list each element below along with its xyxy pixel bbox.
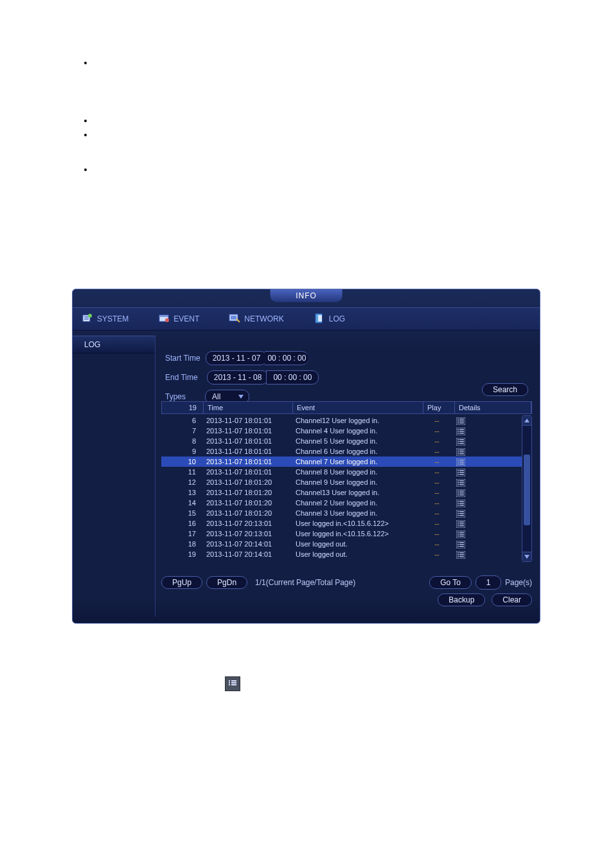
scroll-up-button[interactable] <box>522 416 531 426</box>
cell-details[interactable] <box>452 539 522 548</box>
cell-time: 2013-11-07 18:01:01 <box>202 437 292 445</box>
types-label: Types <box>165 392 186 401</box>
col-details-header[interactable]: Details <box>455 402 531 413</box>
table-row[interactable]: 132013-11-07 18:01:20Channel13 User logg… <box>161 487 522 498</box>
tab-system[interactable]: SYSTEM <box>82 312 129 326</box>
table-row[interactable]: 72013-11-07 18:01:01Channel 4 User logge… <box>161 426 522 436</box>
cell-details[interactable] <box>452 426 522 435</box>
pgdn-button[interactable]: PgDn <box>206 576 247 589</box>
cell-event: Channel 6 User logged in. <box>292 448 422 455</box>
table-row[interactable]: 82013-11-07 18:01:01Channel 5 User logge… <box>161 436 522 446</box>
table-row[interactable]: 162013-11-07 20:13:01User logged in.<10.… <box>161 518 522 529</box>
tab-log[interactable]: LOG <box>314 312 345 326</box>
start-date-input[interactable]: 2013 - 11 - 07 <box>206 351 268 365</box>
svg-rect-3 <box>84 319 89 320</box>
cell-details[interactable] <box>452 498 522 507</box>
svg-rect-106 <box>458 556 459 557</box>
cell-details[interactable] <box>452 416 522 424</box>
details-icon[interactable] <box>456 550 465 558</box>
col-event-header[interactable]: Event <box>293 402 423 413</box>
end-date-input[interactable]: 2013 - 11 - 08 <box>207 370 269 384</box>
svg-rect-71 <box>458 505 459 506</box>
cell-details[interactable] <box>452 519 522 527</box>
details-icon[interactable] <box>456 498 465 507</box>
cell-details[interactable] <box>452 478 522 486</box>
table-row[interactable]: 182013-11-07 20:14:01User logged out.-- <box>161 539 522 549</box>
details-icon[interactable] <box>456 426 465 435</box>
scroll-thumb[interactable] <box>524 455 530 525</box>
start-time-input[interactable]: 00 : 00 : 00 <box>265 351 308 365</box>
svg-rect-100 <box>459 542 464 543</box>
backup-button[interactable]: Backup <box>438 593 485 606</box>
cell-details[interactable] <box>452 529 522 538</box>
page-number-input[interactable]: 1 <box>475 575 501 590</box>
cell-index: 17 <box>161 530 202 538</box>
cell-index: 12 <box>161 478 202 486</box>
table-row[interactable]: 192013-11-07 20:14:01User logged out.-- <box>161 549 522 559</box>
details-icon[interactable] <box>456 478 465 486</box>
table-row[interactable]: 142013-11-07 18:01:20Channel 2 User logg… <box>161 498 522 508</box>
start-time-label: Start Time <box>165 354 200 363</box>
details-icon[interactable] <box>456 447 465 455</box>
svg-rect-45 <box>459 462 464 463</box>
network-icon <box>229 312 240 326</box>
end-time-input[interactable]: 00 : 00 : 00 <box>266 370 319 384</box>
details-icon[interactable] <box>456 457 465 466</box>
table-row[interactable]: 62013-11-07 18:01:01Channel12 User logge… <box>161 415 522 426</box>
cell-event: Channel 8 User logged in. <box>292 468 422 476</box>
svg-rect-36 <box>458 453 459 455</box>
cell-details[interactable] <box>452 488 522 496</box>
goto-button[interactable]: Go To <box>429 576 472 589</box>
details-icon[interactable] <box>456 467 465 476</box>
log-icon <box>314 312 325 326</box>
svg-rect-1 <box>84 316 89 317</box>
cell-event: Channel 7 User logged in. <box>292 458 422 466</box>
svg-rect-53 <box>459 474 464 475</box>
cell-time: 2013-11-07 18:01:01 <box>202 458 292 466</box>
cell-index: 7 <box>161 427 202 435</box>
svg-rect-73 <box>459 503 464 504</box>
table-row[interactable]: 122013-11-07 18:01:20Channel 9 User logg… <box>161 477 522 487</box>
table-row[interactable]: 112013-11-07 18:01:01Channel 8 User logg… <box>161 467 522 477</box>
cell-details[interactable] <box>452 550 522 558</box>
svg-rect-74 <box>459 505 464 506</box>
col-play-header[interactable]: Play <box>423 402 455 413</box>
table-row[interactable]: 92013-11-07 18:01:01Channel 6 User logge… <box>161 446 522 457</box>
tab-network[interactable]: NETWORK <box>229 312 283 326</box>
scroll-down-button[interactable] <box>522 552 531 561</box>
clear-button[interactable]: Clear <box>492 593 532 606</box>
svg-rect-105 <box>458 554 459 556</box>
details-icon[interactable] <box>456 509 465 517</box>
event-icon <box>158 312 170 326</box>
details-icon[interactable] <box>456 437 465 445</box>
table-row[interactable]: 172013-11-07 20:13:01User logged in.<10.… <box>161 529 522 539</box>
search-button[interactable]: Search <box>482 383 528 396</box>
triangle-up-icon <box>524 419 529 422</box>
details-icon[interactable] <box>456 416 465 424</box>
details-icon[interactable] <box>456 539 465 548</box>
cell-details[interactable] <box>452 437 522 445</box>
svg-rect-84 <box>458 523 459 525</box>
cell-details[interactable] <box>452 509 522 517</box>
cell-details[interactable] <box>452 447 522 455</box>
cell-index: 9 <box>161 448 202 455</box>
scrollbar[interactable] <box>522 415 532 562</box>
sidebar-item-log[interactable]: LOG <box>73 336 155 354</box>
cell-details[interactable] <box>452 457 522 466</box>
col-time-header[interactable]: Time <box>204 402 293 413</box>
details-icon[interactable] <box>456 519 465 527</box>
table-row[interactable]: 152013-11-07 18:01:20Channel 3 User logg… <box>161 508 522 518</box>
cell-index: 18 <box>161 540 202 548</box>
table-row[interactable]: 102013-11-07 18:01:01Channel 7 User logg… <box>161 457 522 467</box>
details-icon[interactable] <box>456 529 465 538</box>
details-icon[interactable] <box>456 488 465 496</box>
cell-play: -- <box>422 437 452 445</box>
pgup-button[interactable]: PgUp <box>161 576 202 589</box>
cell-details[interactable] <box>452 467 522 476</box>
svg-rect-80 <box>459 513 464 514</box>
tab-label: SYSTEM <box>97 314 129 323</box>
panel-title: INFO <box>270 289 342 302</box>
tab-event[interactable]: EVENT <box>158 312 199 326</box>
svg-rect-41 <box>458 460 459 461</box>
svg-rect-11 <box>318 315 322 321</box>
